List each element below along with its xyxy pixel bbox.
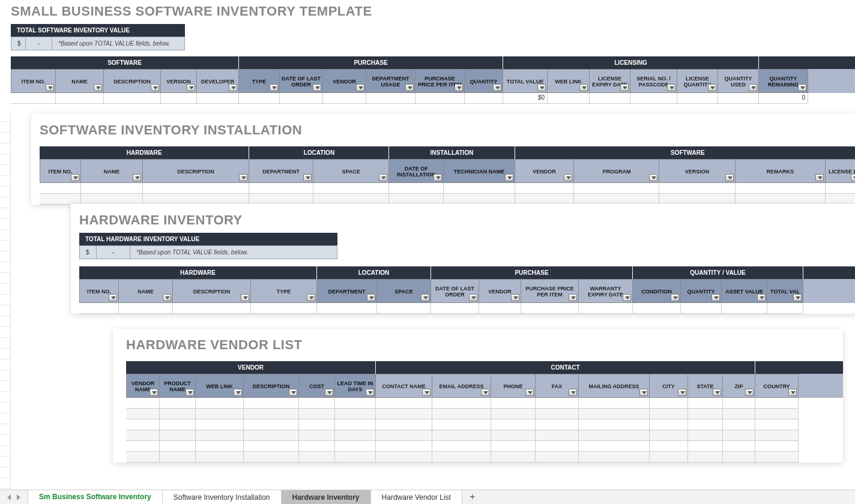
- table-cell[interactable]: [56, 93, 104, 104]
- table-cell[interactable]: [723, 409, 755, 419]
- tab-sm-business-software-inventory[interactable]: Sm Business Software Inventory: [28, 490, 163, 504]
- table-cell[interactable]: [196, 441, 244, 452]
- table-cell[interactable]: [536, 419, 579, 430]
- column-header[interactable]: NAME: [81, 159, 143, 183]
- table-cell[interactable]: [251, 303, 317, 314]
- table-cell[interactable]: [432, 409, 491, 419]
- table-cell[interactable]: [479, 303, 521, 314]
- column-header[interactable]: NAME: [119, 279, 173, 303]
- table-cell[interactable]: [579, 430, 650, 441]
- column-header[interactable]: DEPARTMENT USAGE: [366, 69, 415, 93]
- filter-dropdown-icon[interactable]: [713, 389, 721, 396]
- table-cell[interactable]: [126, 398, 160, 409]
- column-header[interactable]: WEB LINK: [548, 69, 590, 93]
- table-cell[interactable]: [826, 194, 855, 205]
- table-cell[interactable]: [299, 452, 335, 463]
- table-cell[interactable]: [160, 452, 196, 463]
- table-cell[interactable]: [376, 441, 432, 452]
- column-header[interactable]: DESCRIPTION: [143, 159, 250, 183]
- table-cell[interactable]: [280, 93, 323, 104]
- filter-dropdown-icon[interactable]: [639, 389, 648, 396]
- filter-dropdown-icon[interactable]: [94, 84, 102, 91]
- column-header[interactable]: REMARKS: [736, 159, 826, 183]
- filter-dropdown-icon[interactable]: [757, 294, 766, 301]
- filter-dropdown-icon[interactable]: [163, 294, 171, 301]
- filter-dropdown-icon[interactable]: [307, 294, 315, 301]
- table-cell[interactable]: [536, 452, 579, 463]
- table-cell[interactable]: [755, 430, 799, 441]
- column-header[interactable]: VERSION: [161, 69, 197, 93]
- column-header[interactable]: VENDOR: [323, 69, 366, 93]
- column-header[interactable]: DESCRIPTION: [244, 374, 299, 398]
- filter-dropdown-icon[interactable]: [270, 84, 278, 91]
- table-cell[interactable]: [718, 93, 759, 104]
- table-cell[interactable]: [723, 441, 755, 452]
- table-cell[interactable]: [160, 430, 196, 441]
- table-cell[interactable]: [143, 194, 250, 205]
- filter-dropdown-icon[interactable]: [421, 294, 429, 301]
- table-cell[interactable]: [389, 183, 444, 194]
- table-row[interactable]: [79, 303, 855, 314]
- table-row[interactable]: [126, 398, 843, 409]
- filter-dropdown-icon[interactable]: [851, 174, 855, 181]
- table-cell[interactable]: [126, 409, 160, 419]
- filter-dropdown-icon[interactable]: [229, 84, 237, 91]
- table-cell[interactable]: [579, 419, 650, 430]
- table-cell[interactable]: [755, 419, 799, 430]
- filter-dropdown-icon[interactable]: [234, 389, 242, 396]
- column-header[interactable]: TOTAL VAL: [767, 279, 803, 303]
- column-header[interactable]: VERSION: [659, 159, 735, 183]
- table-cell[interactable]: [736, 194, 826, 205]
- table-cell[interactable]: [244, 419, 299, 430]
- table-cell[interactable]: [491, 398, 536, 409]
- table-cell[interactable]: [160, 441, 196, 452]
- filter-dropdown-icon[interactable]: [150, 389, 158, 396]
- filter-dropdown-icon[interactable]: [537, 84, 546, 91]
- table-cell[interactable]: [515, 183, 575, 194]
- filter-dropdown-icon[interactable]: [798, 84, 806, 91]
- table-cell[interactable]: [579, 303, 633, 314]
- column-header[interactable]: PROGRAM: [574, 159, 659, 183]
- filter-dropdown-icon[interactable]: [749, 84, 757, 91]
- column-header[interactable]: PURCHASE PRICE PER ITEM: [521, 279, 579, 303]
- table-cell[interactable]: [81, 183, 143, 194]
- table-cell[interactable]: [126, 441, 160, 452]
- table-row[interactable]: [126, 419, 843, 430]
- table-cell[interactable]: [755, 452, 799, 463]
- table-cell[interactable]: [536, 430, 579, 441]
- column-header[interactable]: CITY: [650, 374, 688, 398]
- table-cell[interactable]: [579, 452, 650, 463]
- table-cell[interactable]: [335, 398, 376, 409]
- filter-dropdown-icon[interactable]: [623, 294, 631, 301]
- table-cell[interactable]: [650, 398, 688, 409]
- table-row[interactable]: [126, 409, 843, 419]
- table-cell[interactable]: [491, 409, 536, 419]
- table-cell[interactable]: [681, 303, 722, 314]
- table-cell[interactable]: [249, 183, 313, 194]
- column-header[interactable]: VENDOR: [515, 159, 575, 183]
- table-cell[interactable]: [40, 194, 81, 205]
- table-cell[interactable]: [317, 303, 377, 314]
- column-header[interactable]: ITEM NO.: [40, 159, 81, 183]
- table-cell[interactable]: [160, 419, 196, 430]
- table-cell[interactable]: [491, 452, 536, 463]
- table-cell[interactable]: [432, 452, 491, 463]
- tab-nav-next-icon[interactable]: [14, 493, 23, 502]
- table-cell[interactable]: [688, 398, 723, 409]
- column-header[interactable]: COST: [299, 374, 335, 398]
- table-cell[interactable]: [335, 441, 376, 452]
- filter-dropdown-icon[interactable]: [620, 84, 629, 91]
- table-cell[interactable]: [299, 430, 335, 441]
- column-header[interactable]: CONDITION: [633, 279, 681, 303]
- column-header[interactable]: QUANTITY: [681, 279, 722, 303]
- column-header[interactable]: MAILING ADDRESS: [579, 374, 650, 398]
- column-header[interactable]: LICENSE EXPIRY DATE: [590, 69, 630, 93]
- filter-dropdown-icon[interactable]: [493, 84, 501, 91]
- table-cell[interactable]: [650, 409, 688, 419]
- table-cell[interactable]: [574, 194, 659, 205]
- filter-dropdown-icon[interactable]: [511, 294, 519, 301]
- column-header[interactable]: TOTAL VALUE: [503, 69, 548, 93]
- table-cell[interactable]: [688, 419, 723, 430]
- tab-nav-prev-icon[interactable]: [5, 493, 13, 502]
- table-row[interactable]: [126, 441, 843, 452]
